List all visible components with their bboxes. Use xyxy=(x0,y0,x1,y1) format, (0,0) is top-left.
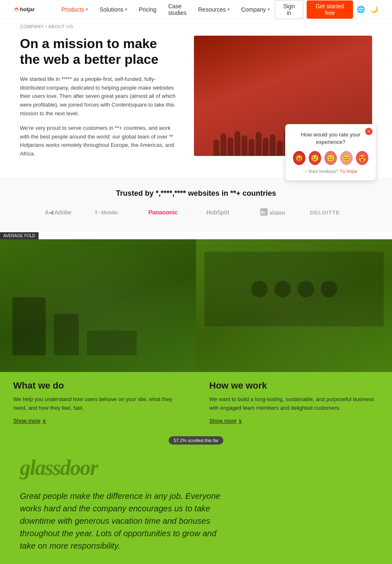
green-section: What we do We help you understand how us… xyxy=(0,239,392,564)
svg-text:A◀ Adobe: A◀ Adobe xyxy=(45,209,72,216)
trusted-logos: A◀ Adobe T···Mobile· Panasonic HubSpôt I… xyxy=(20,206,372,220)
svg-text:hotjar: hotjar xyxy=(20,6,35,12)
try-hotjar-link[interactable]: Try Hotjar xyxy=(339,169,358,174)
svg-text:DELOITTE: DELOITTE xyxy=(310,209,340,216)
logo-adobe: A◀ Adobe xyxy=(45,206,78,219)
feedback-emoji-3[interactable]: 😐 xyxy=(324,151,337,165)
language-icon[interactable]: 🌐 xyxy=(356,4,366,15)
svg-text:vision: vision xyxy=(269,209,285,216)
scroll-indicator-bar: 57.2% scrolled this far xyxy=(0,434,392,447)
svg-text:T···Mobile·: T···Mobile· xyxy=(94,209,119,216)
darkmode-icon[interactable]: 🌙 xyxy=(369,4,379,15)
chevron-down-icon: ▾ xyxy=(86,7,88,12)
glassdoor-logo: glassdoor xyxy=(20,455,372,480)
chevron-down-icon: ▾ xyxy=(125,7,127,12)
glassdoor-quote: Great people make the difference in any … xyxy=(20,490,227,552)
nav-products[interactable]: Products ▾ xyxy=(56,0,93,19)
green-cards: What we do We help you understand how us… xyxy=(0,239,392,434)
hero-paragraph2: We're very proud to serve customers in *… xyxy=(20,124,177,158)
fold-section: AVERAGE FOLD xyxy=(0,231,392,239)
svg-point-0 xyxy=(14,7,19,12)
feedback-emojis: 😡 😢 😐 😊 😍 xyxy=(293,151,368,165)
feedback-close-button[interactable]: × xyxy=(365,128,373,135)
feedback-widget: × How would you rate your experience? 😡 … xyxy=(285,124,376,181)
card-content-how-we-work: How we work We want to build a long-last… xyxy=(196,372,392,434)
logo-tmobile: T···Mobile· xyxy=(94,206,132,220)
meeting-image xyxy=(196,239,392,372)
card-title-how-we-work: How we work xyxy=(209,380,379,391)
logo-hubspot: HubSpôt xyxy=(206,206,244,220)
card-text-what-we-do: We help you understand how users behave … xyxy=(13,395,183,413)
trusted-section: Trusted by *,****,**** websites in **+ c… xyxy=(0,177,392,231)
office-image xyxy=(0,239,196,372)
chevron-down-icon: ∨ xyxy=(42,418,46,424)
hero-paragraph1: We started life in ***** as a people-fir… xyxy=(20,75,177,118)
feedback-emoji-5[interactable]: 😍 xyxy=(356,151,368,165)
navbar: hotjar Products ▾ Solutions ▾ Pricing Ca… xyxy=(0,0,392,19)
nav-case-studies[interactable]: Case studies xyxy=(163,0,191,19)
svg-text:HubSpôt: HubSpôt xyxy=(206,209,230,216)
logo-deloitte: DELOITTE xyxy=(310,206,347,219)
glassdoor-section: glassdoor Great people make the differen… xyxy=(0,447,392,564)
card-text-how-we-work: We want to build a long-lasting, sustain… xyxy=(209,395,379,413)
hero-title: On a mission to make the web a better pl… xyxy=(20,36,177,68)
logo[interactable]: hotjar xyxy=(13,5,46,15)
chevron-down-icon: ▾ xyxy=(268,7,270,12)
chevron-down-icon: ∨ xyxy=(238,418,242,424)
breadcrumb: COMPANY / ABOUT US xyxy=(0,19,392,31)
logo-invision: In vision xyxy=(260,207,293,219)
card-image-how-we-work xyxy=(196,239,392,372)
card-how-we-work: How we work We want to build a long-last… xyxy=(196,239,392,434)
svg-text:Panasonic: Panasonic xyxy=(148,209,178,216)
feedback-emoji-4[interactable]: 😊 xyxy=(340,151,353,165)
nav-links: Products ▾ Solutions ▾ Pricing Case stud… xyxy=(56,0,275,19)
fold-indicator: AVERAGE FOLD xyxy=(0,232,39,239)
chevron-down-icon: ▾ xyxy=(227,7,230,12)
card-what-we-do: What we do We help you understand how us… xyxy=(0,239,196,434)
scroll-indicator: 57.2% scrolled this far xyxy=(169,436,223,445)
show-more-how-we-work[interactable]: Show more ∨ xyxy=(209,418,379,424)
feedback-emoji-2[interactable]: 😢 xyxy=(309,151,321,165)
nav-pricing[interactable]: Pricing xyxy=(134,0,162,19)
getstarted-button[interactable]: Get started free xyxy=(307,0,353,19)
feedback-footer: ✓ Want feedback? Try Hotjar xyxy=(293,169,368,174)
trusted-title: Trusted by *,****,**** websites in **+ c… xyxy=(20,189,372,198)
card-content-what-we-do: What we do We help you understand how us… xyxy=(0,372,196,434)
logo-panasonic: Panasonic xyxy=(148,206,190,219)
feedback-emoji-1[interactable]: 😡 xyxy=(293,151,305,165)
nav-solutions[interactable]: Solutions ▾ xyxy=(94,0,132,19)
show-more-what-we-do[interactable]: Show more ∨ xyxy=(13,418,183,424)
card-title-what-we-do: What we do xyxy=(13,380,183,391)
nav-resources[interactable]: Resources ▾ xyxy=(193,0,235,19)
signin-button[interactable]: Sign in xyxy=(275,0,303,19)
hero-section: On a mission to make the web a better pl… xyxy=(0,31,392,177)
card-image-what-we-do xyxy=(0,239,196,372)
hero-left: On a mission to make the web a better pl… xyxy=(20,36,177,164)
nav-company[interactable]: Company ▾ xyxy=(236,0,275,19)
svg-text:In: In xyxy=(261,210,265,215)
hero-right: × How would you rate your experience? 😡 … xyxy=(194,36,372,156)
nav-actions: Sign in Get started free 🌐 🌙 xyxy=(275,0,379,19)
feedback-question: How would you rate your experience? xyxy=(293,131,368,146)
